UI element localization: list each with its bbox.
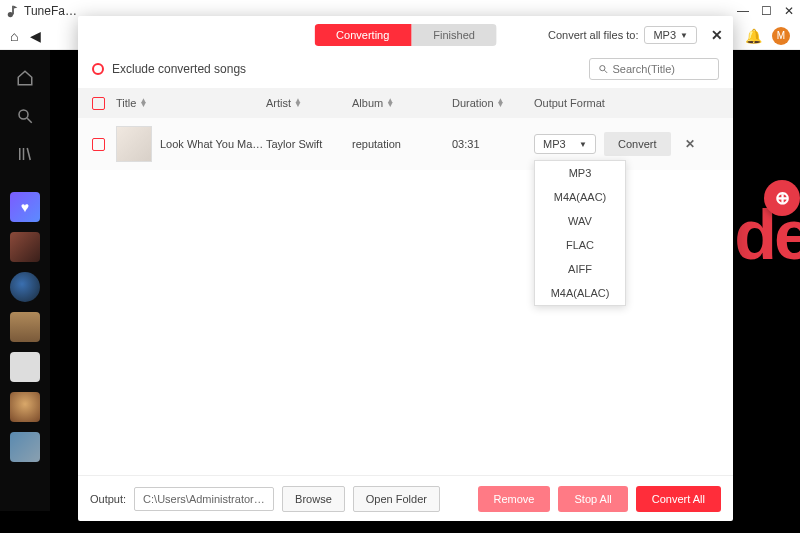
row-checkbox[interactable]	[92, 138, 105, 151]
back-icon[interactable]: ◀	[30, 28, 41, 44]
browse-button[interactable]: Browse	[282, 486, 345, 512]
chevron-down-icon: ▼	[680, 31, 688, 40]
playlist-thumb[interactable]	[10, 432, 40, 462]
playlist-thumb[interactable]	[10, 392, 40, 422]
format-option[interactable]: WAV	[535, 209, 625, 233]
chevron-down-icon: ▼	[579, 140, 587, 149]
maximize-button[interactable]: ☐	[761, 4, 772, 18]
album-cover	[116, 126, 152, 162]
col-artist[interactable]: Artist▲▼	[266, 97, 352, 109]
convert-button[interactable]: Convert	[604, 132, 671, 156]
table-header: Title▲▼ Artist▲▼ Album▲▼ Duration▲▼ Outp…	[78, 88, 733, 118]
sidebar-thumbs: ♥	[10, 192, 40, 462]
convert-all-format-select[interactable]: MP3 ▼	[644, 26, 697, 44]
playlist-thumb[interactable]	[10, 312, 40, 342]
col-title[interactable]: Title▲▼	[116, 97, 266, 109]
close-window-button[interactable]: ✕	[784, 4, 794, 18]
bell-icon[interactable]: 🔔	[745, 28, 762, 44]
open-folder-button[interactable]: Open Folder	[353, 486, 440, 512]
convert-all-control: Convert all files to: MP3 ▼ ✕	[548, 26, 723, 44]
format-dropdown: MP3 M4A(AAC) WAV FLAC AIFF M4A(ALAC)	[534, 160, 626, 306]
output-label: Output:	[90, 493, 126, 505]
close-modal-button[interactable]: ✕	[711, 27, 723, 43]
exclude-label: Exclude converted songs	[112, 62, 246, 76]
add-bubble-icon[interactable]: ⊕	[764, 180, 800, 216]
select-all-checkbox[interactable]	[92, 97, 105, 110]
app-logo-icon	[6, 4, 20, 18]
sort-icon: ▲▼	[497, 99, 505, 107]
tab-finished[interactable]: Finished	[411, 24, 497, 46]
library-icon[interactable]	[15, 144, 35, 164]
app-sidebar: ♥	[0, 50, 50, 511]
track-album: reputation	[352, 138, 452, 150]
svg-line-6	[27, 148, 30, 160]
row-format-value: MP3	[543, 138, 566, 150]
track-artist: Taylor Swift	[266, 138, 352, 150]
format-option[interactable]: AIFF	[535, 257, 625, 281]
svg-point-2	[19, 110, 28, 119]
exclude-converted-radio[interactable]	[92, 63, 104, 75]
search-icon	[598, 63, 608, 75]
svg-rect-1	[12, 6, 14, 15]
output-path: C:\Users\Administrator\Des…	[134, 487, 274, 511]
convert-all-button[interactable]: Convert All	[636, 486, 721, 512]
sort-icon: ▲▼	[386, 99, 394, 107]
sort-icon: ▲▼	[139, 99, 147, 107]
format-option[interactable]: MP3	[535, 161, 625, 185]
liked-songs-thumb[interactable]: ♥	[10, 192, 40, 222]
modal-footer: Output: C:\Users\Administrator\Des… Brow…	[78, 475, 733, 521]
format-option[interactable]: M4A(AAC)	[535, 185, 625, 209]
tabset: Converting Finished	[314, 24, 497, 46]
playlist-thumb[interactable]	[10, 232, 40, 262]
library-home-icon[interactable]	[15, 68, 35, 88]
options-row: Exclude converted songs	[78, 50, 733, 88]
playlist-thumb[interactable]	[10, 272, 40, 302]
converter-modal: Converting Finished Convert all files to…	[78, 16, 733, 521]
minimize-button[interactable]: —	[737, 4, 749, 18]
home-icon[interactable]: ⌂	[10, 28, 18, 44]
col-album[interactable]: Album▲▼	[352, 97, 452, 109]
stop-all-button[interactable]: Stop All	[558, 486, 627, 512]
search-input[interactable]	[612, 63, 710, 75]
table-row: Look What You Ma… Taylor Swift reputatio…	[78, 118, 733, 170]
remove-button[interactable]: Remove	[478, 486, 551, 512]
svg-line-8	[605, 70, 608, 73]
track-duration: 03:31	[452, 138, 534, 150]
format-option[interactable]: M4A(ALAC)	[535, 281, 625, 305]
track-title: Look What You Ma…	[160, 138, 263, 150]
search-box[interactable]	[589, 58, 719, 80]
col-format: Output Format	[534, 97, 719, 109]
sort-icon: ▲▼	[294, 99, 302, 107]
col-duration[interactable]: Duration▲▼	[452, 97, 534, 109]
app-title: TuneFa…	[24, 4, 77, 18]
tab-converting[interactable]: Converting	[314, 24, 411, 46]
convert-all-label: Convert all files to:	[548, 29, 638, 41]
svg-line-3	[27, 118, 32, 123]
convert-all-format-value: MP3	[653, 29, 676, 41]
avatar[interactable]: M	[772, 27, 790, 45]
modal-header: Converting Finished Convert all files to…	[78, 20, 733, 50]
tracks-table: Title▲▼ Artist▲▼ Album▲▼ Duration▲▼ Outp…	[78, 88, 733, 475]
svg-point-7	[600, 66, 605, 71]
search-icon[interactable]	[15, 106, 35, 126]
format-option[interactable]: FLAC	[535, 233, 625, 257]
playlist-thumb[interactable]	[10, 352, 40, 382]
remove-row-button[interactable]: ✕	[685, 137, 695, 151]
row-format-select[interactable]: MP3 ▼	[534, 134, 596, 154]
